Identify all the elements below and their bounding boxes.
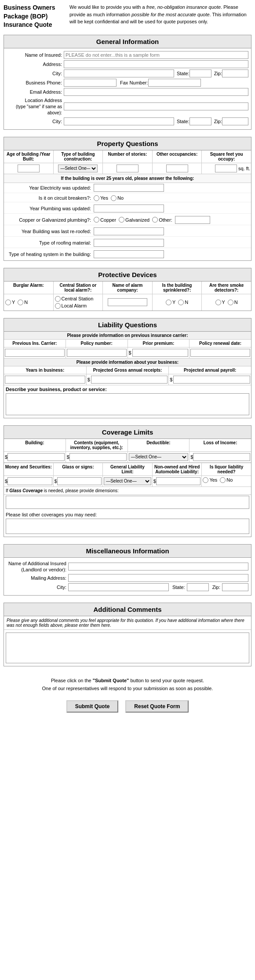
- circuit-yes-radio[interactable]: [94, 195, 99, 201]
- mailing-input[interactable]: [68, 574, 248, 582]
- email-input[interactable]: [64, 88, 248, 96]
- property-questions-section: Property Questions Age of building /Year…: [4, 137, 251, 261]
- other-plumbing-radio[interactable]: [152, 217, 158, 223]
- location-address-input[interactable]: [64, 102, 248, 110]
- renewal-date-header: Policy renewal date:: [189, 340, 251, 347]
- auto-input[interactable]: [156, 477, 200, 485]
- loss-income-input[interactable]: [193, 453, 250, 461]
- additional-insured-input[interactable]: [68, 563, 248, 570]
- liquor-no-label[interactable]: No: [220, 477, 233, 483]
- burglar-n-label[interactable]: N: [18, 300, 28, 305]
- galvanized-radio[interactable]: [119, 217, 124, 223]
- fax-input[interactable]: [148, 79, 201, 87]
- burglar-y-label[interactable]: Y: [5, 300, 15, 305]
- smoke-y-label[interactable]: Y: [215, 300, 225, 305]
- sprinklered-y-radio[interactable]: [166, 300, 171, 305]
- fax-label: Fax Number:: [120, 80, 148, 85]
- prior-premium-input[interactable]: [132, 349, 189, 357]
- deductible-select[interactable]: —Select One— $250 $500 $1,000 $2,500 $5,…: [129, 453, 189, 461]
- occupancies-input[interactable]: [166, 165, 188, 172]
- roofing-material-input[interactable]: [94, 239, 164, 247]
- burglar-n-radio[interactable]: [18, 300, 23, 305]
- building-input[interactable]: [7, 453, 65, 461]
- central-station-radio[interactable]: [55, 296, 61, 302]
- smoke-n-label[interactable]: N: [228, 300, 238, 305]
- liquor-yes-radio[interactable]: [203, 477, 208, 483]
- circuit-no-radio[interactable]: [111, 195, 117, 201]
- circuit-yes-label[interactable]: Yes: [94, 195, 108, 201]
- money-input[interactable]: [7, 477, 52, 485]
- misc-state-input[interactable]: [187, 583, 209, 591]
- burglar-y-radio[interactable]: [5, 300, 11, 305]
- other-plumbing-label[interactable]: Other:: [152, 217, 172, 223]
- roofing-material-row: Type of roofing material:: [4, 238, 251, 248]
- heating-system-input[interactable]: [94, 250, 164, 258]
- electricity-input[interactable]: [94, 184, 164, 192]
- property-data-row: —Select One— Frame Masonry Joisted Mason…: [4, 163, 251, 174]
- describe-textarea[interactable]: [6, 393, 249, 415]
- construction-select[interactable]: —Select One— Frame Masonry Joisted Mason…: [58, 165, 98, 172]
- name-input[interactable]: [64, 51, 248, 59]
- plumbing-year-label: Year Plumbing was updated:: [6, 206, 94, 211]
- renewal-date-input[interactable]: [190, 349, 250, 357]
- gross-receipts-input[interactable]: [91, 376, 168, 384]
- carrier-header: Previous Ins. Carrier:: [4, 340, 66, 347]
- copper-radio[interactable]: [94, 217, 99, 223]
- additional-comments-title: Additional Comments: [4, 603, 251, 616]
- cl-building-header: Building:: [4, 439, 66, 451]
- glass-input[interactable]: [57, 477, 102, 485]
- stories-input[interactable]: [117, 165, 138, 172]
- glass-dimensions-textarea[interactable]: [6, 496, 249, 509]
- misc-city-row: City: State: Zip:: [7, 583, 248, 591]
- cl-loss-income-cell: $: [189, 452, 251, 462]
- sprinklered-n-label[interactable]: N: [178, 300, 188, 305]
- other-plumbing-input[interactable]: [175, 216, 210, 224]
- policy-num-input[interactable]: [67, 349, 127, 357]
- circuit-no-label[interactable]: No: [111, 195, 124, 201]
- city-label: City:: [7, 71, 64, 76]
- years-input[interactable]: [5, 376, 85, 384]
- city-input[interactable]: [64, 69, 174, 77]
- address-input[interactable]: [64, 60, 248, 68]
- plumbing-type-radio-group: Copper Galvanized Other:: [94, 216, 210, 224]
- plumbing-year-input[interactable]: [94, 205, 164, 212]
- sqft-input[interactable]: [215, 165, 237, 172]
- liquor-no-radio[interactable]: [220, 477, 226, 483]
- submit-quote-button[interactable]: Submit Quote: [66, 700, 119, 713]
- contents-input[interactable]: [69, 453, 127, 461]
- other-coverages-textarea[interactable]: [6, 519, 249, 534]
- alarm-company-input[interactable]: [108, 298, 147, 306]
- reset-quote-button[interactable]: Reset Quote Form: [125, 700, 189, 713]
- annual-payroll-input[interactable]: [173, 376, 250, 384]
- pq-occupancies-cell: [153, 163, 202, 174]
- sprinklered-n-radio[interactable]: [178, 300, 184, 305]
- business-phone-input[interactable]: [64, 79, 117, 87]
- state-input[interactable]: [189, 69, 211, 77]
- smoke-n-radio[interactable]: [228, 300, 233, 305]
- misc-city-input[interactable]: [68, 583, 169, 591]
- comments-textarea[interactable]: [6, 633, 249, 663]
- cl-auto-header: Non-owned and Hired Automobile Liability…: [153, 463, 202, 475]
- gl-select[interactable]: —Select One— $300,000 $500,000 $1,000,00…: [104, 477, 151, 485]
- liquor-radio-group: Yes No: [203, 477, 250, 483]
- location-zip-input[interactable]: [222, 117, 248, 125]
- local-alarm-label[interactable]: Local Alarm: [55, 303, 87, 309]
- age-input[interactable]: [18, 165, 40, 172]
- smoke-y-radio[interactable]: [215, 300, 221, 305]
- galvanized-label[interactable]: Galvanized: [119, 217, 149, 223]
- copper-label[interactable]: Copper: [94, 217, 116, 223]
- sprinklered-y-label[interactable]: Y: [166, 300, 175, 305]
- reroofed-input[interactable]: [94, 227, 164, 235]
- glass-coverage-em: Glass Coverage: [9, 488, 43, 493]
- carrier-input-cell: [4, 347, 66, 358]
- carrier-input[interactable]: [5, 349, 65, 357]
- local-alarm-radio[interactable]: [55, 303, 61, 309]
- liquor-yes-label[interactable]: Yes: [203, 477, 217, 483]
- location-state-input[interactable]: [189, 117, 211, 125]
- central-station-label[interactable]: Central Station: [55, 296, 94, 302]
- zip-input[interactable]: [222, 69, 248, 77]
- misc-zip-input[interactable]: [222, 583, 248, 591]
- pd-data-row: Y N Central Station Local Alarm Y N: [4, 294, 251, 311]
- policy-num-cell: [66, 347, 128, 358]
- location-city-input[interactable]: [64, 117, 174, 125]
